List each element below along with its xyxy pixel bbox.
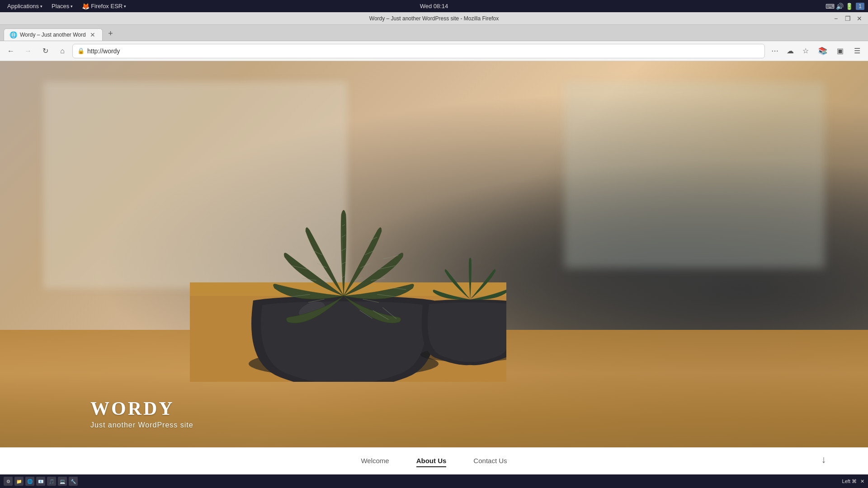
browser-title-bar: Wordy – Just another WordPress site - Mo… xyxy=(0,12,868,25)
nav-right-buttons: ⋯ ☁ ☆ xyxy=(768,44,813,58)
library-button[interactable]: 📚 xyxy=(816,44,830,58)
site-navigation: Welcome About Us Contact Us ↓ xyxy=(0,447,868,474)
nav-contact-us[interactable]: Contact Us xyxy=(473,455,507,467)
plant-pot-container xyxy=(190,75,506,382)
browser-content: WORDY Just another WordPress site Welcom… xyxy=(0,61,868,474)
browser-tab-0[interactable]: 🌐 Wordy – Just another Word ✕ xyxy=(4,28,103,41)
os-bottombar: ⚙ 📁 🌐 📧 🎵 💻 🔧 Left ⌘ ✕ xyxy=(0,474,868,488)
taskbar-icon-3[interactable]: 🌐 xyxy=(25,477,34,486)
scroll-down-icon: ↓ xyxy=(821,454,826,465)
browser-window: Wordy – Just another WordPress site - Mo… xyxy=(0,12,868,474)
nav-welcome[interactable]: Welcome xyxy=(361,455,389,467)
menu-button[interactable]: ☰ xyxy=(850,44,864,58)
forward-button[interactable]: → xyxy=(21,44,35,58)
pocket-button[interactable]: ☁ xyxy=(783,44,797,58)
datetime-display: Wed 08:14 xyxy=(420,3,448,9)
topbar-number: 1 xyxy=(856,3,864,10)
os-clock: Wed 08:14 xyxy=(420,3,448,9)
os-bottombar-right: Left ⌘ ✕ xyxy=(842,479,864,484)
new-tab-button[interactable]: + xyxy=(104,27,117,40)
close-button[interactable]: ✕ xyxy=(854,14,864,23)
tab-close-icon[interactable]: ✕ xyxy=(89,31,97,39)
address-bar-container: 🔒 xyxy=(72,44,765,58)
site-subtitle: Just another WordPress site xyxy=(90,421,193,429)
tab-title: Wordy – Just another Word xyxy=(20,32,86,38)
applications-arrow-icon: ▾ xyxy=(40,4,42,9)
site-title: WORDY xyxy=(90,398,193,419)
bg-window-right xyxy=(564,82,825,268)
places-menu[interactable]: Places ▾ xyxy=(48,2,76,10)
hero-section: WORDY Just another WordPress site Welcom… xyxy=(0,61,868,474)
applications-label: Applications xyxy=(7,3,39,9)
taskbar-icon-7[interactable]: 🔧 xyxy=(69,477,78,486)
address-lock-icon: 🔒 xyxy=(77,47,85,54)
browser-title: Wordy – Just another WordPress site - Mo… xyxy=(369,15,499,22)
address-input[interactable] xyxy=(87,47,760,55)
home-button[interactable]: ⌂ xyxy=(55,44,70,58)
firefox-arrow-icon: ▾ xyxy=(124,4,126,9)
firefox-icon: 🦊 xyxy=(82,3,90,10)
reload-button[interactable]: ↻ xyxy=(38,44,52,58)
firefox-label: Firefox ESR xyxy=(91,3,123,9)
taskbar-icon-1[interactable]: ⚙ xyxy=(4,477,13,486)
places-label: Places xyxy=(52,3,69,9)
taskbar-icon-2[interactable]: 📁 xyxy=(14,477,24,486)
scroll-down-button[interactable]: ↓ xyxy=(816,451,832,468)
tab-bar: 🌐 Wordy – Just another Word ✕ + xyxy=(0,25,868,41)
taskbar-icons: ⚙ 📁 🌐 📧 🎵 💻 🔧 xyxy=(4,477,78,486)
taskbar-icon-6[interactable]: 💻 xyxy=(58,477,67,486)
bottom-left-label: Left ⌘ xyxy=(842,479,857,484)
os-topbar: Applications ▾ Places ▾ 🦊 Firefox ESR ▾ … xyxy=(0,0,868,12)
back-button[interactable]: ← xyxy=(4,44,18,58)
nav-bar: ← → ↻ ⌂ 🔒 ⋯ ☁ ☆ 📚 ▣ ☰ xyxy=(0,41,868,61)
nav-about-us[interactable]: About Us xyxy=(416,455,447,467)
hero-text-block: WORDY Just another WordPress site xyxy=(90,398,193,429)
os-topbar-right: ⌨ 🔊 🔋 1 xyxy=(826,3,864,10)
options-button[interactable]: ⋯ xyxy=(768,44,782,58)
taskbar-icon-5[interactable]: 🎵 xyxy=(47,477,56,486)
sidebar-toggle-button[interactable]: ▣ xyxy=(833,44,847,58)
firefox-menu[interactable]: 🦊 Firefox ESR ▾ xyxy=(78,2,130,11)
minimize-button[interactable]: − xyxy=(831,14,841,23)
taskbar-icon-4[interactable]: 📧 xyxy=(36,477,45,486)
system-tray: ⌨ 🔊 🔋 xyxy=(826,3,854,10)
plant-svg xyxy=(190,75,506,382)
tab-favicon: 🌐 xyxy=(9,31,17,38)
os-topbar-left: Applications ▾ Places ▾ 🦊 Firefox ESR ▾ xyxy=(4,2,130,11)
window-controls: − ❐ ✕ xyxy=(831,14,864,23)
new-tab-icon: + xyxy=(108,29,113,38)
places-arrow-icon: ▾ xyxy=(71,4,73,9)
applications-menu[interactable]: Applications ▾ xyxy=(4,2,46,10)
taskbar-close-icon: ✕ xyxy=(860,479,864,484)
bookmark-button[interactable]: ☆ xyxy=(798,44,813,58)
restore-button[interactable]: ❐ xyxy=(843,14,853,23)
